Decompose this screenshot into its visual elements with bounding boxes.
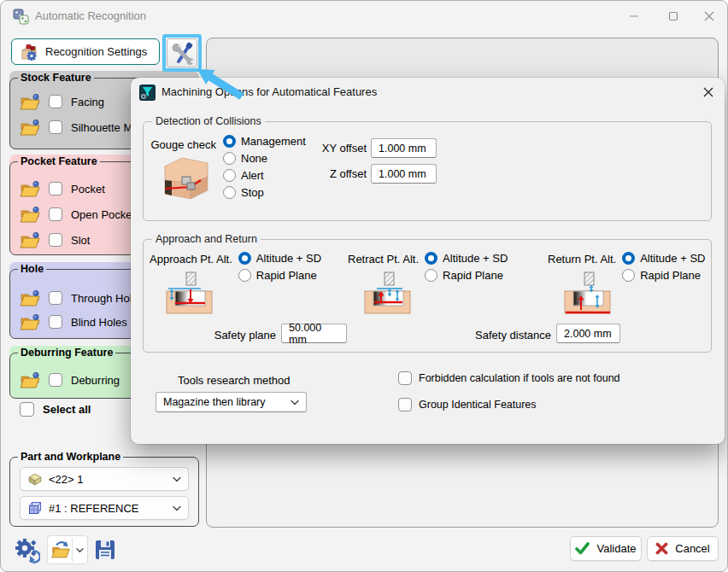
safety-plane-field[interactable]: 50.000 mm (281, 324, 347, 343)
feature-row-deburring: Deburring (20, 370, 120, 390)
part-value: <22> 1 (49, 473, 167, 486)
workplane-icon (27, 500, 43, 516)
pocket-feature-title: Pocket Feature (18, 155, 100, 167)
blind-holes-checkbox[interactable] (49, 315, 62, 329)
select-all-checkbox[interactable] (20, 402, 34, 417)
chevron-down-icon[interactable] (76, 547, 84, 553)
folder-icon[interactable] (20, 93, 40, 110)
radio-option-none[interactable]: None (223, 152, 306, 165)
radio-label: Altitude + SD (256, 252, 321, 265)
feature-row-facing: Facing (20, 91, 104, 112)
radio-icon (223, 186, 236, 199)
radio-label: Altitude + SD (640, 252, 705, 265)
cancel-button[interactable]: Cancel (647, 536, 719, 561)
hole-title: Hole (18, 263, 46, 275)
z-offset-label: Z offset (307, 167, 367, 180)
radio-label: Rapid Plane (256, 269, 317, 282)
part-workplane-group: Part and Workplane <22> 1 #1 : REFERENCE (9, 450, 199, 527)
safety-distance-field[interactable]: 2.000 mm (556, 324, 620, 343)
folder-icon[interactable] (20, 313, 40, 330)
safety-distance-value: 2.000 mm (564, 328, 612, 340)
z-offset-value: 1.000 mm (379, 168, 426, 180)
through-holes-checkbox[interactable] (49, 291, 62, 305)
radio-option-management[interactable]: Management (223, 135, 306, 148)
approach-rapid-plane-radio[interactable]: Rapid Plane (238, 269, 321, 282)
safety-plane-label: Safety plane (150, 329, 276, 341)
feature-label: Pocket (71, 183, 105, 196)
pointer-arrow-annotation (191, 64, 259, 107)
chevron-down-icon (173, 476, 181, 482)
xy-offset-field[interactable]: 1.000 mm (371, 138, 437, 158)
recognition-settings-button[interactable]: Recognition Settings (11, 38, 160, 65)
slot-checkbox[interactable] (49, 233, 62, 247)
stock-feature-title: Stock Feature (18, 72, 94, 84)
group-identical-features-label: Group Identical Features (419, 399, 537, 411)
radio-label: Management (241, 135, 306, 148)
feature-label: Blind Holes (71, 316, 127, 329)
collisions-group-title: Detection of Collisions (152, 115, 265, 127)
silhouette-checkbox[interactable] (49, 120, 62, 134)
maximize-icon (668, 11, 678, 21)
folder-icon[interactable] (20, 371, 40, 388)
recognition-settings-icon (20, 43, 38, 61)
detection-of-collisions-group: Detection of Collisions Gouge check Mana… (143, 115, 712, 221)
tools-research-method-dropdown[interactable]: Magazine then library (156, 392, 307, 412)
group-identical-features-checkbox[interactable] (398, 398, 412, 411)
settings-gear-button[interactable] (11, 535, 42, 566)
folder-icon[interactable] (20, 206, 40, 223)
radio-icon (238, 252, 251, 265)
maximize-button[interactable] (655, 1, 692, 32)
folder-icon[interactable] (20, 119, 40, 136)
feature-label: Through Hol (71, 292, 132, 305)
radio-option-stop[interactable]: Stop (223, 186, 306, 199)
return-altitude-sd-radio[interactable]: Altitude + SD (622, 252, 705, 265)
open-file-split-button[interactable] (47, 535, 88, 564)
folder-icon[interactable] (20, 231, 40, 248)
feature-row-silhouette: Silhouette M (20, 117, 132, 137)
dialog-close-button[interactable] (699, 83, 718, 102)
feature-row-pocket: Pocket (20, 178, 105, 199)
collision-diagram-icon (161, 155, 211, 201)
radio-label: Altitude + SD (443, 252, 508, 265)
tools-research-method-label: Tools research method (178, 374, 291, 387)
open-pocket-checkbox[interactable] (49, 207, 62, 221)
validate-button[interactable]: Validate (570, 536, 642, 561)
minimize-button[interactable] (615, 1, 653, 32)
part-dropdown[interactable]: <22> 1 (20, 467, 189, 491)
workplane-dropdown[interactable]: #1 : REFERENCE (20, 496, 189, 520)
recognition-settings-label: Recognition Settings (45, 45, 147, 58)
feature-row-slot: Slot (20, 230, 90, 250)
radio-icon (425, 252, 437, 265)
minimize-icon (629, 11, 639, 21)
folder-icon[interactable] (20, 180, 40, 197)
forbidden-calculation-checkbox[interactable] (398, 371, 412, 385)
approach-diagram-icon (165, 271, 214, 318)
z-offset-field[interactable]: 1.000 mm (371, 164, 437, 184)
approach-altitude-sd-radio[interactable]: Altitude + SD (238, 252, 321, 265)
facing-checkbox[interactable] (49, 95, 62, 108)
machining-options-button[interactable] (167, 38, 197, 67)
tools-research-method-value: Magazine then library (163, 396, 266, 408)
radio-icon (622, 269, 635, 282)
group-identical-features-row: Group Identical Features (398, 398, 537, 411)
radio-label: Alert (241, 169, 264, 182)
open-folder-import-icon (50, 540, 70, 560)
app-icon (12, 8, 30, 26)
folder-icon[interactable] (20, 289, 40, 306)
deburring-checkbox[interactable] (49, 373, 62, 387)
radio-icon (223, 169, 236, 182)
gear-refresh-icon (13, 537, 40, 564)
radio-label: Rapid Plane (443, 269, 503, 282)
close-button[interactable] (690, 1, 728, 32)
forbidden-calculation-label: Forbidden calculation if tools are not f… (419, 372, 620, 384)
save-button[interactable] (91, 536, 119, 563)
feature-label: Deburring (71, 374, 120, 387)
return-rapid-plane-radio[interactable]: Rapid Plane (622, 269, 705, 282)
retract-altitude-sd-radio[interactable]: Altitude + SD (425, 252, 508, 265)
pocket-checkbox[interactable] (49, 182, 62, 196)
safety-plane-value: 50.000 mm (289, 322, 339, 346)
retract-rapid-plane-radio[interactable]: Rapid Plane (425, 269, 508, 282)
feature-label: Silhouette M (71, 121, 132, 134)
save-floppy-icon (93, 538, 117, 562)
radio-option-alert[interactable]: Alert (223, 169, 306, 182)
